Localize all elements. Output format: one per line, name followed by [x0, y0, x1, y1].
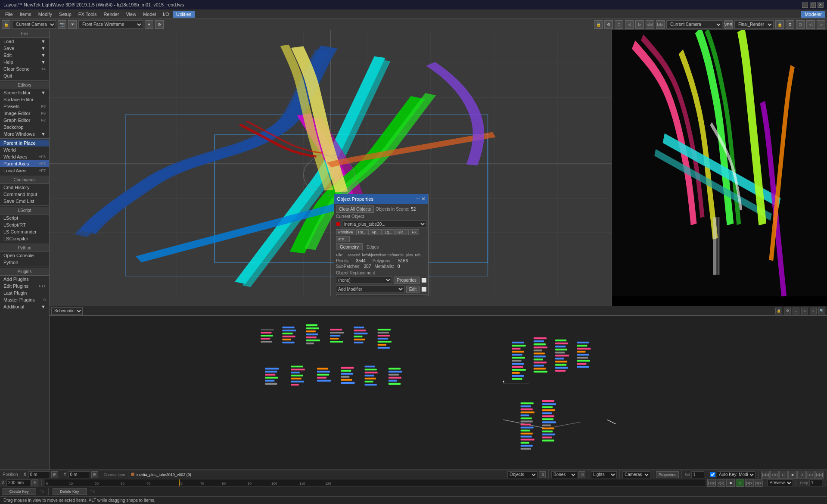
viewport-mode-select[interactable]: Front Face Wireframe: [78, 20, 143, 29]
lights-select[interactable]: Lights: [591, 471, 617, 478]
tab-geometry[interactable]: Geometry: [336, 243, 363, 251]
tab-primitive[interactable]: Primitive: [336, 229, 355, 235]
toolbar-r1[interactable]: 🔒: [594, 20, 603, 29]
toolbar-vpr-icon[interactable]: VPR: [724, 20, 733, 29]
sidebar-lscript[interactable]: LScript: [0, 215, 49, 221]
menu-setup[interactable]: Setup: [56, 11, 75, 18]
schematic-search-icon[interactable]: 🔍: [818, 308, 825, 314]
objects-select[interactable]: Objects: [507, 471, 538, 478]
render-canvas[interactable]: [612, 30, 827, 296]
sidebar-help[interactable]: Help ▼: [0, 59, 49, 65]
x-e-btn[interactable]: E: [51, 471, 58, 478]
tab-re[interactable]: Re...: [356, 229, 369, 235]
y-value-input[interactable]: [68, 471, 90, 478]
toolbar-rr2[interactable]: ⚙: [786, 20, 794, 29]
toolbar-r4[interactable]: ◁: [625, 20, 634, 29]
play-step-fwd-btn[interactable]: |▷: [797, 471, 806, 479]
menu-utilities[interactable]: Utilities: [173, 11, 195, 18]
toolbar-dropdown-icon[interactable]: ▼: [145, 20, 153, 29]
schematic-lock-icon[interactable]: 🔒: [775, 308, 782, 314]
sidebar-add-plugins[interactable]: Add Plugins: [0, 276, 49, 283]
dialog-close[interactable]: ✕: [421, 196, 426, 202]
edit-btn[interactable]: Edit: [406, 286, 420, 293]
y-e-btn[interactable]: E: [91, 471, 98, 478]
sidebar-load[interactable]: Load ▼: [0, 38, 49, 45]
pb-stop-btn2[interactable]: ■: [726, 479, 735, 487]
sidebar-additional[interactable]: Additional ▼: [0, 303, 49, 310]
x-value-input[interactable]: [28, 471, 50, 478]
minimize-btn[interactable]: ─: [802, 2, 808, 8]
schematic-nav-icon2[interactable]: ▷: [810, 308, 817, 314]
add-modifier-select[interactable]: Add Modifier: [336, 285, 404, 293]
dialog-minimize[interactable]: ─: [416, 196, 420, 202]
toolbar-eye-icon[interactable]: 👁: [68, 20, 77, 29]
menu-view[interactable]: View: [122, 11, 140, 18]
toolbar-r7[interactable]: ▷▷: [656, 20, 665, 29]
schematic-fit-icon[interactable]: □: [793, 308, 799, 314]
sidebar-open-console[interactable]: Open Console: [0, 252, 49, 259]
pb-right-right-btn[interactable]: ▷▷|: [755, 479, 763, 487]
menu-render[interactable]: Render: [100, 11, 122, 18]
toolbar-r3[interactable]: □: [615, 20, 623, 29]
z-e-btn[interactable]: E: [31, 479, 38, 486]
objects-minus-icon[interactable]: -0: [539, 471, 546, 478]
play-prev-btn[interactable]: ◁◁: [770, 471, 779, 479]
menu-modeler[interactable]: Modeler: [801, 11, 825, 18]
menu-fxtools[interactable]: FX Tools: [75, 11, 100, 18]
menu-items[interactable]: Items: [16, 11, 35, 18]
main-viewport[interactable]: Object Properties ─ ✕ Clear All Objects …: [50, 30, 612, 306]
menu-io[interactable]: I/O: [159, 11, 173, 18]
schematic-mode-select[interactable]: Schematic: [51, 307, 83, 315]
cameras-select[interactable]: Cameras: [622, 471, 650, 478]
pb-right-btn[interactable]: ▷▷: [745, 479, 754, 487]
play-stop-btn[interactable]: ■: [788, 471, 797, 479]
play-start-btn[interactable]: |◁◁: [761, 471, 770, 479]
step-input[interactable]: [809, 479, 822, 486]
render-select[interactable]: Final_Render: [734, 20, 774, 29]
sidebar-lscript-rt[interactable]: LScript/RT: [0, 221, 49, 228]
maximize-btn[interactable]: □: [810, 2, 816, 8]
sidebar-surface-editor[interactable]: Surface Editor: [0, 96, 49, 103]
sidebar-backdrop[interactable]: Backdrop: [0, 124, 49, 131]
tab-glo[interactable]: Glo...: [395, 229, 409, 235]
sidebar-cmd-history[interactable]: Cmd History: [0, 184, 49, 191]
sidebar-more-windows[interactable]: More Windows ▼: [0, 131, 49, 137]
edit-icon[interactable]: ⬜: [421, 287, 426, 292]
close-btn[interactable]: ✕: [818, 2, 824, 8]
sidebar-python[interactable]: Python: [0, 259, 49, 266]
create-key-btn[interactable]: Create Key: [2, 488, 36, 495]
autokey-select[interactable]: Auto Key: Modified: [717, 471, 755, 478]
clear-all-objects-btn[interactable]: Clear All Objects: [336, 205, 374, 213]
sidebar-ls-commander[interactable]: LS Commander: [0, 228, 49, 235]
sidebar-local-axes[interactable]: Local Axes +F7: [0, 167, 49, 174]
sidebar-world[interactable]: World: [0, 146, 49, 153]
main-viewport-canvas[interactable]: Object Properties ─ ✕ Clear All Objects …: [50, 30, 612, 296]
sidebar-presets[interactable]: Presets F8: [0, 103, 49, 110]
preview-select[interactable]: Preview: [767, 479, 793, 486]
sidebar-image-editor[interactable]: Image Editor F6: [0, 110, 49, 117]
pb-left-btn[interactable]: ◁◁: [717, 479, 725, 487]
schematic-viewport[interactable]: Schematic 🔒 ⚙ □ ◁ ▷ 🔍: [50, 306, 827, 470]
toolbar-rr1[interactable]: 🔒: [775, 20, 784, 29]
sidebar-parent-axes[interactable]: Parent Axes +F6: [0, 160, 49, 167]
schematic-nav-icon1[interactable]: ◁: [801, 308, 808, 314]
properties-btn[interactable]: Properties: [394, 277, 420, 284]
play-end-btn[interactable]: ▷▷|: [815, 471, 824, 479]
sidebar-clear-scene[interactable]: Clear Scene +4: [0, 65, 49, 72]
toolbar-r5[interactable]: ▷: [635, 20, 644, 29]
tab-fx[interactable]: FX: [410, 229, 419, 235]
toolbar-r6[interactable]: ◁◁: [646, 20, 654, 29]
toolbar-lock-icon[interactable]: 🔒: [2, 20, 10, 29]
schematic-settings-icon[interactable]: ⚙: [784, 308, 791, 314]
toolbar-rr3[interactable]: □: [796, 20, 805, 29]
sidebar-edit-plugins[interactable]: Edit Plugins F11: [0, 283, 49, 289]
dialog-titlebar[interactable]: Object Properties ─ ✕: [334, 194, 428, 204]
camera-select[interactable]: Current Camera: [12, 20, 56, 29]
right-camera-select[interactable]: Current Camera: [666, 20, 722, 29]
properties-btn-timeline[interactable]: Properties: [656, 471, 679, 478]
bones-select[interactable]: Bones: [551, 471, 577, 478]
sidebar-lscompiler[interactable]: LSCompiler: [0, 235, 49, 242]
toolbar-cam-icon[interactable]: 📷: [58, 20, 66, 29]
play-step-back-btn[interactable]: ◁|: [779, 471, 788, 479]
menu-model[interactable]: Model: [140, 11, 159, 18]
